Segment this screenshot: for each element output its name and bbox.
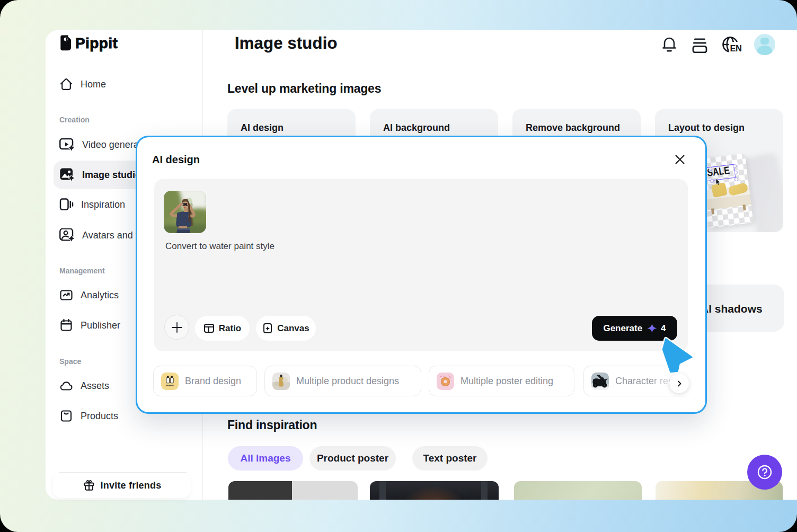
svg-text:EN: EN (730, 43, 742, 53)
svg-text:FASHIO: FASHIO (166, 384, 174, 386)
